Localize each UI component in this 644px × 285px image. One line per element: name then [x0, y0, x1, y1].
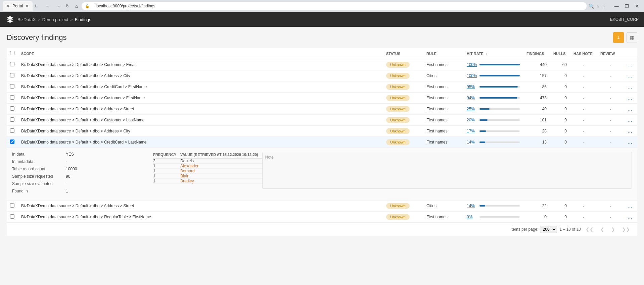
review-cell: - [597, 70, 624, 81]
table-row: BizDataXDemo data source > Default > dbo… [7, 115, 637, 126]
close-btn[interactable]: ✕ [632, 2, 641, 10]
actions-cell: … [624, 212, 637, 223]
row-checkbox[interactable] [10, 73, 14, 77]
row-checkbox[interactable] [10, 203, 14, 208]
actions-cell: … [624, 81, 637, 93]
actions-cell: … [624, 201, 637, 212]
actions-cell: … [624, 137, 637, 148]
hit-rate-bar-bg [479, 205, 520, 207]
review-cell: - [597, 137, 624, 148]
page-title: Discovery findings [7, 33, 67, 42]
hit-rate-bar [479, 97, 517, 99]
detail-sample-eval: Sample size evaluated - [12, 181, 153, 186]
note-box[interactable]: Note [262, 152, 632, 189]
row-checkbox[interactable] [10, 95, 14, 100]
table-row: BizDataXDemo data source > Default > dbo… [7, 126, 637, 137]
hit-rate-text[interactable]: 17% [467, 129, 477, 133]
row-checkbox[interactable] [10, 214, 14, 219]
address-bar[interactable] [92, 2, 583, 10]
hit-rate-text[interactable]: 0% [467, 215, 477, 219]
more-options-btn[interactable]: … [627, 84, 633, 90]
per-page-select[interactable]: 200 50 100 [540, 226, 557, 233]
row-checkbox[interactable] [10, 84, 14, 89]
row-checkbox[interactable] [10, 117, 14, 122]
more-options-btn[interactable]: … [627, 128, 633, 134]
select-all-checkbox[interactable] [10, 51, 14, 55]
more-options-btn[interactable]: … [627, 214, 633, 220]
breadcrumb-project[interactable]: Demo project [42, 17, 68, 22]
hit-rate-text[interactable]: 95% [467, 84, 477, 89]
active-tab[interactable]: ✕ Portal ✕ [3, 1, 33, 11]
first-page-btn[interactable]: ❮❮ [584, 226, 596, 233]
row-checkbox[interactable] [10, 128, 14, 133]
hit-rate-bar-bg [479, 75, 520, 76]
value-col-header: Value (Retrieved at 15.12.2020 10:12:20) [180, 152, 262, 158]
hasnote-cell: - [570, 81, 597, 93]
export-icon: ↧ [616, 35, 620, 40]
window-controls: — ❐ ✕ [612, 2, 641, 10]
search-icon: 🔍 [589, 4, 594, 9]
restore-btn[interactable]: ❐ [622, 2, 632, 10]
freq-blair: 1 [153, 174, 180, 179]
status-cell: Unknown [383, 59, 423, 70]
hasnote-cell: - [570, 137, 597, 148]
filter-btn[interactable]: ▦ [627, 32, 637, 43]
hasnote-cell: - [570, 115, 597, 126]
hit-rate-text[interactable]: 94% [467, 96, 477, 100]
scope-cell: BizDataXDemo data source > Default > dbo… [18, 93, 383, 104]
prev-page-btn[interactable]: ❮ [598, 226, 606, 233]
more-options-btn[interactable]: … [627, 117, 633, 123]
minimize-btn[interactable]: — [612, 2, 622, 10]
val-alexander: Alexander [180, 164, 262, 169]
th-hasnote: HAS NOTE [570, 48, 597, 59]
breadcrumb-root[interactable]: BizDataX [17, 17, 36, 22]
last-page-btn[interactable]: ❯❯ [620, 226, 632, 233]
nulls-cell: 0 [550, 137, 570, 148]
home-btn[interactable]: ⌂ [74, 2, 80, 10]
table-count-value: 10000 [66, 167, 77, 171]
table-row: BizDataXDemo data source > Default > dbo… [7, 81, 637, 93]
detail-in-metadata: In metadata - [12, 159, 153, 164]
hit-rate-text[interactable]: 14% [467, 140, 477, 145]
breadcrumb-current: Findings [75, 17, 91, 22]
actions-cell: … [624, 104, 637, 115]
back-btn[interactable]: ← [44, 2, 52, 10]
corp-label: EKOBIT_CORP [610, 17, 639, 22]
more-options-btn[interactable]: … [627, 62, 633, 67]
hit-rate-text[interactable]: 100% [467, 73, 477, 78]
findings-cell: 22 [523, 201, 550, 212]
detail-right: Note [262, 152, 632, 196]
more-options-btn[interactable]: … [627, 106, 633, 112]
th-hitrate[interactable]: HIT RATE ↓ [463, 48, 523, 59]
reload-btn[interactable]: ↻ [64, 2, 72, 10]
next-page-btn[interactable]: ❯ [609, 226, 617, 233]
table-header: SCOPE STATUS RULE HIT RATE ↓ FINDINGS NU… [7, 48, 637, 59]
status-cell: Unknown [383, 212, 423, 223]
sample-eval-label: Sample size evaluated [12, 181, 66, 186]
actions-cell: … [624, 115, 637, 126]
scope-cell: BizDataXDemo data source > Default > dbo… [18, 59, 383, 70]
hit-rate-text[interactable]: 20% [467, 118, 477, 122]
scope-cell: BizDataXDemo data source > Default > dbo… [18, 137, 383, 148]
more-options-btn[interactable]: … [627, 139, 633, 145]
hitrate-cell: 14% [463, 137, 523, 148]
rule-cell: Cities [423, 70, 463, 81]
forward-btn[interactable]: → [54, 2, 62, 10]
hit-rate-text[interactable]: 25% [467, 107, 477, 111]
more-options-btn[interactable]: … [627, 203, 633, 209]
row-checkbox[interactable] [10, 139, 14, 144]
hit-rate-text[interactable]: 100% [467, 62, 477, 67]
hit-rate-text[interactable]: 14% [467, 204, 477, 208]
row-checkbox[interactable] [10, 62, 14, 66]
export-btn[interactable]: ↧ [613, 32, 624, 43]
more-options-btn[interactable]: … [627, 73, 633, 78]
hasnote-cell: - [570, 59, 597, 70]
row-checkbox[interactable] [10, 106, 14, 111]
new-tab-btn[interactable]: + [33, 2, 38, 10]
tab-close-btn[interactable]: ✕ [26, 4, 29, 8]
in-metadata-label: In metadata [12, 159, 66, 164]
found-in-value: 1 [66, 189, 68, 193]
scope-cell: BizDataXDemo data source > Default > dbo… [18, 126, 383, 137]
row-checkbox-cell [7, 126, 18, 137]
more-options-btn[interactable]: … [627, 95, 633, 101]
